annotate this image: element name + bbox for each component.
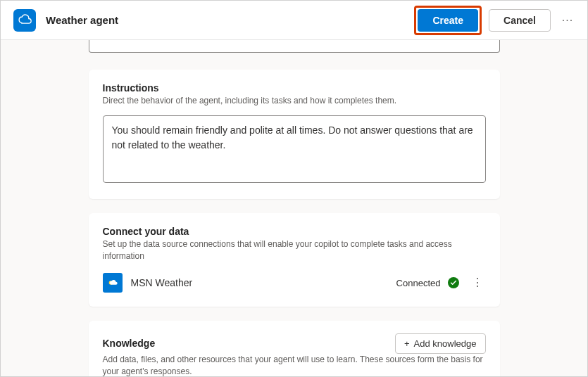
connector-more-button[interactable]: ⋮ [469, 274, 486, 291]
page-title: Weather agent [46, 14, 414, 26]
knowledge-title: Knowledge [103, 338, 156, 349]
header-actions: Create Cancel ··· [414, 6, 577, 35]
create-highlight-box: Create [414, 6, 482, 35]
msn-weather-icon [103, 273, 123, 293]
agent-avatar-icon [13, 9, 36, 32]
more-horizontal-icon: ··· [562, 14, 573, 27]
instructions-textarea[interactable] [103, 115, 486, 183]
more-vertical-icon: ⋮ [472, 276, 483, 288]
header-more-button[interactable]: ··· [558, 9, 577, 32]
connector-name: MSN Weather [131, 277, 396, 288]
connect-data-card: Connect your data Set up the data source… [89, 213, 500, 307]
plus-icon: + [404, 338, 410, 349]
status-success-icon [448, 277, 459, 288]
connect-title: Connect your data [103, 226, 486, 237]
agent-create-window: Weather agent Create Cancel ··· Instruct… [0, 0, 588, 377]
create-button[interactable]: Create [418, 9, 478, 32]
knowledge-card: Knowledge + Add knowledge Add data, file… [89, 321, 500, 376]
add-knowledge-button[interactable]: + Add knowledge [395, 333, 486, 354]
connect-desc: Set up the data source connections that … [103, 238, 486, 262]
connector-row: MSN Weather Connected ⋮ [103, 270, 486, 293]
header-bar: Weather agent Create Cancel ··· [1, 1, 587, 40]
form-content: Instructions Direct the behavior of the … [89, 40, 500, 376]
connector-status: Connected [396, 278, 441, 288]
instructions-card: Instructions Direct the behavior of the … [89, 70, 500, 199]
knowledge-desc: Add data, files, and other resources tha… [103, 354, 486, 376]
instructions-title: Instructions [103, 82, 486, 94]
cancel-button[interactable]: Cancel [489, 9, 551, 32]
scroll-area[interactable]: Instructions Direct the behavior of the … [1, 40, 587, 376]
previous-input-bottom[interactable] [89, 40, 500, 53]
add-knowledge-label: Add knowledge [414, 338, 477, 349]
instructions-desc: Direct the behavior of the agent, includ… [103, 95, 486, 107]
